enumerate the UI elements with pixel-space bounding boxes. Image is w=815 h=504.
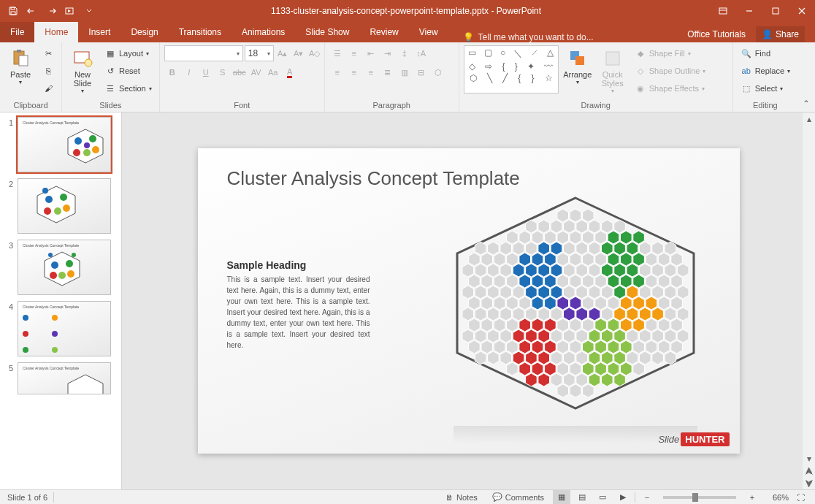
vertical-scrollbar[interactable]: ▴ ▾ ⮝ ⮟ xyxy=(803,112,815,489)
normal-view-icon[interactable]: ▦ xyxy=(553,490,570,505)
tab-slideshow[interactable]: Slide Show xyxy=(295,22,359,42)
comments-button[interactable]: 💬Comments xyxy=(486,490,550,505)
slide-canvas-area[interactable]: Cluster Analysis Concept Template Sample… xyxy=(122,112,815,489)
shrink-font-button[interactable]: A▾ xyxy=(291,45,306,61)
align-left-button[interactable]: ≡ xyxy=(329,64,345,80)
zoom-level[interactable]: 66% xyxy=(764,493,789,502)
undo-icon[interactable] xyxy=(23,2,41,20)
increase-indent-button[interactable]: ⇥ xyxy=(380,45,396,61)
format-painter-button[interactable]: 🖌 xyxy=(39,80,57,96)
scroll-up-icon[interactable]: ▴ xyxy=(803,112,815,125)
tab-design[interactable]: Design xyxy=(120,22,168,42)
bold-button[interactable]: B xyxy=(164,64,180,80)
tab-view[interactable]: View xyxy=(409,22,448,42)
quick-styles-button[interactable]: Quick Styles▾ xyxy=(597,45,629,96)
arrange-button[interactable]: Arrange▾ xyxy=(562,45,594,96)
reset-button[interactable]: ↺Reset xyxy=(102,63,155,79)
align-text-button[interactable]: ⊟ xyxy=(413,64,429,80)
shadow-button[interactable]: S xyxy=(215,64,231,80)
zoom-out-icon[interactable]: − xyxy=(638,490,656,505)
section-button[interactable]: ☰Section▾ xyxy=(102,80,155,96)
fit-to-window-icon[interactable]: ⛶ xyxy=(792,490,809,505)
tab-home[interactable]: Home xyxy=(34,22,78,42)
replace-button[interactable]: abReplace▾ xyxy=(738,63,793,79)
new-slide-button[interactable]: New Slide ▾ xyxy=(66,45,99,96)
text-direction-button[interactable]: ↕A xyxy=(413,45,429,61)
grow-font-button[interactable]: A▴ xyxy=(275,45,290,61)
hexagon-diagram[interactable] xyxy=(440,192,711,426)
share-button[interactable]: 👤 Share xyxy=(756,26,805,42)
bullets-button[interactable]: ☰ xyxy=(329,45,345,61)
font-name-combo[interactable]: ▾ xyxy=(164,45,243,61)
maximize-icon[interactable] xyxy=(762,0,789,22)
line-spacing-button[interactable]: ‡ xyxy=(397,45,413,61)
strikethrough-button[interactable]: abc xyxy=(232,64,248,80)
tab-transitions[interactable]: Transitions xyxy=(169,22,232,42)
select-button[interactable]: ⬚Select▾ xyxy=(738,80,793,96)
tab-review[interactable]: Review xyxy=(359,22,408,42)
zoom-in-icon[interactable]: + xyxy=(743,490,761,505)
clear-formatting-button[interactable]: A◇ xyxy=(307,45,322,61)
minimize-icon[interactable] xyxy=(736,0,762,22)
save-icon[interactable] xyxy=(4,2,22,20)
slide-title[interactable]: Cluster Analysis Concept Template xyxy=(227,167,520,190)
underline-button[interactable]: U xyxy=(198,64,214,80)
zoom-slider[interactable] xyxy=(663,496,736,499)
font-color-button[interactable]: A xyxy=(282,64,298,80)
tab-animations[interactable]: Animations xyxy=(232,22,295,42)
prev-slide-icon[interactable]: ⮝ xyxy=(803,465,815,477)
collapse-ribbon-icon[interactable]: ⌃ xyxy=(803,99,810,109)
shape-fill-button[interactable]: ◆Shape Fill▾ xyxy=(632,45,709,61)
notes-button[interactable]: 🗎Notes xyxy=(440,490,483,505)
svg-rect-12 xyxy=(606,52,619,65)
quick-access-toolbar xyxy=(0,2,102,20)
decrease-indent-button[interactable]: ⇤ xyxy=(363,45,379,61)
sorter-view-icon[interactable]: ▤ xyxy=(573,490,591,505)
svg-point-30 xyxy=(51,261,58,269)
svg-rect-0 xyxy=(11,7,15,9)
redo-icon[interactable] xyxy=(42,2,60,20)
char-spacing-button[interactable]: AV xyxy=(248,64,264,80)
slide[interactable]: Cluster Analysis Concept Template Sample… xyxy=(198,148,740,454)
ribbon-options-icon[interactable] xyxy=(710,0,736,22)
numbering-button[interactable]: ≡ xyxy=(346,45,362,61)
tab-file[interactable]: File xyxy=(0,22,34,42)
tab-insert[interactable]: Insert xyxy=(78,22,120,42)
group-paragraph: ☰ ≡ ⇤ ⇥ ‡ ↕A ≡ ≡ ≡ ≣ ▥ ⊟ ⬡ Paragraph xyxy=(325,42,459,112)
thumbnail-3[interactable]: 3 Cluster Analysis Concept Template xyxy=(4,240,121,295)
shapes-gallery[interactable]: ▭▢○＼⟋△ ◇⇨{}✦〰 ⬡╲╱{}☆ xyxy=(464,45,559,93)
scroll-down-icon[interactable]: ▾ xyxy=(803,452,815,465)
thumbnail-1[interactable]: 1 Cluster Analysis Concept Template xyxy=(4,117,121,172)
align-center-button[interactable]: ≡ xyxy=(346,64,362,80)
office-tutorials-link[interactable]: Office Tutorials xyxy=(687,29,746,39)
shape-outline-button[interactable]: ◇Shape Outline▾ xyxy=(632,63,709,79)
columns-button[interactable]: ▥ xyxy=(397,64,413,80)
smartart-button[interactable]: ⬡ xyxy=(430,64,446,80)
thumbnail-5[interactable]: 5 Cluster Analysis Concept Template xyxy=(4,362,121,394)
tell-me-search[interactable]: 💡 Tell me what you want to do... xyxy=(448,32,688,42)
align-right-button[interactable]: ≡ xyxy=(363,64,379,80)
start-from-beginning-icon[interactable] xyxy=(61,2,79,20)
change-case-button[interactable]: Aa xyxy=(265,64,281,80)
cut-button[interactable]: ✂ xyxy=(39,45,57,61)
layout-button[interactable]: ▦Layout▾ xyxy=(102,45,155,61)
slideshow-view-icon[interactable]: ▶ xyxy=(614,490,632,505)
svg-point-16 xyxy=(92,146,99,153)
reading-view-icon[interactable]: ▭ xyxy=(594,490,611,505)
font-size-combo[interactable]: 18▾ xyxy=(245,45,274,61)
next-slide-icon[interactable]: ⮟ xyxy=(803,477,815,489)
shape-fill-icon: ◆ xyxy=(635,47,646,59)
sample-text-block[interactable]: Sample Heading This is a sample text. In… xyxy=(227,259,370,351)
paste-button[interactable]: Paste ▾ xyxy=(4,45,37,96)
find-button[interactable]: 🔍Find xyxy=(738,45,793,61)
slide-counter[interactable]: Slide 1 of 6 xyxy=(7,493,47,502)
copy-button[interactable]: ⎘ xyxy=(39,63,57,79)
justify-button[interactable]: ≣ xyxy=(380,64,396,80)
thumbnail-2[interactable]: 2 xyxy=(4,178,121,234)
close-icon[interactable] xyxy=(789,0,815,22)
italic-button[interactable]: I xyxy=(181,64,197,80)
shape-effects-button[interactable]: ◉Shape Effects▾ xyxy=(632,80,709,96)
svg-point-19 xyxy=(84,142,90,148)
qat-customize-icon[interactable] xyxy=(80,2,98,20)
thumbnail-4[interactable]: 4 Cluster Analysis Concept Template xyxy=(4,301,121,356)
